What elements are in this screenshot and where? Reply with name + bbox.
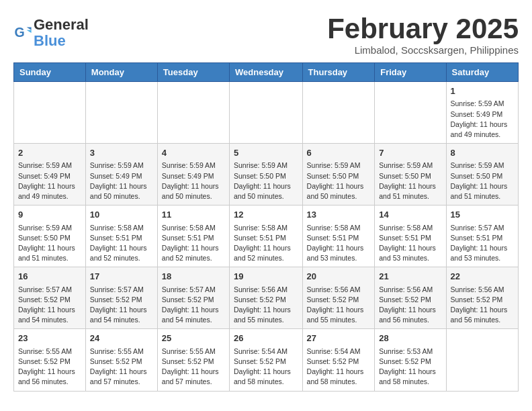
calendar-day-cell (375, 82, 446, 144)
weekday-header-cell: Thursday (302, 63, 375, 82)
svg-marker-1 (27, 28, 32, 30)
day-info: Sunrise: 5:59 AM Sunset: 5:50 PM Dayligh… (307, 161, 371, 201)
day-info: Sunrise: 5:59 AM Sunset: 5:50 PM Dayligh… (18, 223, 81, 264)
day-number: 25 (162, 332, 225, 345)
day-info: Sunrise: 5:59 AM Sunset: 5:49 PM Dayligh… (18, 161, 81, 201)
day-number: 21 (379, 271, 441, 283)
calendar-day-cell: 22Sunrise: 5:56 AM Sunset: 5:52 PM Dayli… (446, 267, 518, 329)
day-info: Sunrise: 5:55 AM Sunset: 5:52 PM Dayligh… (18, 347, 81, 387)
calendar-week-row: 2Sunrise: 5:59 AM Sunset: 5:49 PM Daylig… (14, 144, 519, 205)
weekday-header-cell: Sunday (14, 63, 86, 82)
day-number: 10 (90, 209, 153, 221)
day-number: 28 (379, 332, 441, 345)
calendar-day-cell: 6Sunrise: 5:59 AM Sunset: 5:50 PM Daylig… (302, 144, 375, 205)
calendar-table: SundayMondayTuesdayWednesdayThursdayFrid… (13, 62, 519, 391)
calendar-week-row: 1Sunrise: 5:59 AM Sunset: 5:49 PM Daylig… (14, 82, 519, 144)
calendar-day-cell: 7Sunrise: 5:59 AM Sunset: 5:50 PM Daylig… (375, 144, 446, 205)
day-info: Sunrise: 5:58 AM Sunset: 5:51 PM Dayligh… (234, 223, 298, 264)
day-number: 11 (162, 209, 225, 221)
day-info: Sunrise: 5:57 AM Sunset: 5:52 PM Dayligh… (162, 285, 225, 326)
calendar-day-cell (230, 82, 303, 144)
day-info: Sunrise: 5:58 AM Sunset: 5:51 PM Dayligh… (90, 223, 153, 264)
day-info: Sunrise: 5:57 AM Sunset: 5:51 PM Dayligh… (451, 223, 514, 264)
calendar-day-cell: 25Sunrise: 5:55 AM Sunset: 5:52 PM Dayli… (157, 329, 229, 391)
day-number: 19 (234, 271, 298, 283)
day-number: 20 (307, 271, 371, 283)
calendar-day-cell: 24Sunrise: 5:55 AM Sunset: 5:52 PM Dayli… (85, 329, 157, 391)
day-info: Sunrise: 5:53 AM Sunset: 5:52 PM Dayligh… (379, 347, 441, 387)
day-info: Sunrise: 5:59 AM Sunset: 5:50 PM Dayligh… (451, 161, 514, 201)
calendar-day-cell: 19Sunrise: 5:56 AM Sunset: 5:52 PM Dayli… (230, 267, 303, 329)
logo-text: General Blue (34, 17, 89, 49)
calendar-day-cell: 1Sunrise: 5:59 AM Sunset: 5:49 PM Daylig… (446, 82, 518, 144)
calendar-day-cell: 11Sunrise: 5:58 AM Sunset: 5:51 PM Dayli… (157, 205, 229, 267)
day-info: Sunrise: 5:55 AM Sunset: 5:52 PM Dayligh… (162, 347, 225, 387)
day-info: Sunrise: 5:58 AM Sunset: 5:51 PM Dayligh… (307, 223, 371, 264)
calendar-day-cell: 5Sunrise: 5:59 AM Sunset: 5:50 PM Daylig… (230, 144, 303, 205)
day-info: Sunrise: 5:56 AM Sunset: 5:52 PM Dayligh… (307, 285, 371, 326)
day-number: 26 (234, 332, 298, 345)
calendar-day-cell: 16Sunrise: 5:57 AM Sunset: 5:52 PM Dayli… (14, 267, 86, 329)
day-number: 23 (18, 332, 81, 345)
calendar-week-row: 9Sunrise: 5:59 AM Sunset: 5:50 PM Daylig… (14, 205, 519, 267)
day-info: Sunrise: 5:58 AM Sunset: 5:51 PM Dayligh… (379, 223, 441, 264)
calendar-week-row: 16Sunrise: 5:57 AM Sunset: 5:52 PM Dayli… (14, 267, 519, 329)
day-number: 15 (451, 209, 514, 221)
day-number: 5 (234, 147, 298, 159)
calendar-title: February 2025 (327, 13, 519, 44)
calendar-day-cell: 18Sunrise: 5:57 AM Sunset: 5:52 PM Dayli… (157, 267, 229, 329)
calendar-day-cell: 2Sunrise: 5:59 AM Sunset: 5:49 PM Daylig… (14, 144, 86, 205)
calendar-day-cell: 20Sunrise: 5:56 AM Sunset: 5:52 PM Dayli… (302, 267, 375, 329)
calendar-day-cell: 26Sunrise: 5:54 AM Sunset: 5:52 PM Dayli… (230, 329, 303, 391)
calendar-day-cell (14, 82, 86, 144)
calendar-day-cell: 21Sunrise: 5:56 AM Sunset: 5:52 PM Dayli… (375, 267, 446, 329)
day-info: Sunrise: 5:56 AM Sunset: 5:52 PM Dayligh… (234, 285, 298, 326)
calendar-day-cell (302, 82, 375, 144)
calendar-day-cell: 28Sunrise: 5:53 AM Sunset: 5:52 PM Dayli… (375, 329, 446, 391)
day-number: 3 (90, 147, 153, 159)
calendar-day-cell: 8Sunrise: 5:59 AM Sunset: 5:50 PM Daylig… (446, 144, 518, 205)
day-info: Sunrise: 5:59 AM Sunset: 5:50 PM Dayligh… (234, 161, 298, 201)
day-number: 7 (379, 147, 441, 159)
day-number: 9 (18, 209, 81, 221)
day-number: 22 (451, 271, 514, 283)
day-number: 16 (18, 271, 81, 283)
calendar-day-cell: 14Sunrise: 5:58 AM Sunset: 5:51 PM Dayli… (375, 205, 446, 267)
svg-text:G: G (14, 25, 24, 40)
calendar-day-cell: 27Sunrise: 5:54 AM Sunset: 5:52 PM Dayli… (302, 329, 375, 391)
logo-icon: G (13, 24, 32, 42)
weekday-header-cell: Tuesday (157, 63, 229, 82)
day-number: 27 (307, 332, 371, 345)
day-number: 18 (162, 271, 225, 283)
calendar-day-cell: 17Sunrise: 5:57 AM Sunset: 5:52 PM Dayli… (85, 267, 157, 329)
calendar-day-cell: 3Sunrise: 5:59 AM Sunset: 5:49 PM Daylig… (85, 144, 157, 205)
day-number: 2 (18, 147, 81, 159)
calendar-week-row: 23Sunrise: 5:55 AM Sunset: 5:52 PM Dayli… (14, 329, 519, 391)
weekday-header-cell: Wednesday (230, 63, 303, 82)
calendar-day-cell: 9Sunrise: 5:59 AM Sunset: 5:50 PM Daylig… (14, 205, 86, 267)
day-info: Sunrise: 5:58 AM Sunset: 5:51 PM Dayligh… (162, 223, 225, 264)
day-number: 13 (307, 209, 371, 221)
day-info: Sunrise: 5:59 AM Sunset: 5:49 PM Dayligh… (451, 99, 514, 140)
calendar-day-cell: 23Sunrise: 5:55 AM Sunset: 5:52 PM Dayli… (14, 329, 86, 391)
logo: G General Blue (13, 17, 89, 49)
weekday-header-cell: Monday (85, 63, 157, 82)
calendar-subtitle: Limbalod, Soccsksargen, Philippines (327, 44, 519, 56)
weekday-header-cell: Saturday (446, 63, 518, 82)
day-number: 24 (90, 332, 153, 345)
day-number: 1 (451, 85, 514, 97)
day-number: 17 (90, 271, 153, 283)
day-info: Sunrise: 5:55 AM Sunset: 5:52 PM Dayligh… (90, 347, 153, 387)
day-info: Sunrise: 5:56 AM Sunset: 5:52 PM Dayligh… (451, 285, 514, 326)
calendar-day-cell: 4Sunrise: 5:59 AM Sunset: 5:49 PM Daylig… (157, 144, 229, 205)
day-number: 8 (451, 147, 514, 159)
page-header: G General Blue February 2025 Limbalod, S… (13, 13, 519, 56)
weekday-header-cell: Friday (375, 63, 446, 82)
day-info: Sunrise: 5:54 AM Sunset: 5:52 PM Dayligh… (234, 347, 298, 387)
calendar-body: 1Sunrise: 5:59 AM Sunset: 5:49 PM Daylig… (14, 82, 519, 391)
day-info: Sunrise: 5:59 AM Sunset: 5:49 PM Dayligh… (90, 161, 153, 201)
day-info: Sunrise: 5:59 AM Sunset: 5:50 PM Dayligh… (379, 161, 441, 201)
svg-marker-2 (27, 30, 32, 33)
calendar-day-cell: 10Sunrise: 5:58 AM Sunset: 5:51 PM Dayli… (85, 205, 157, 267)
calendar-day-cell (446, 329, 518, 391)
